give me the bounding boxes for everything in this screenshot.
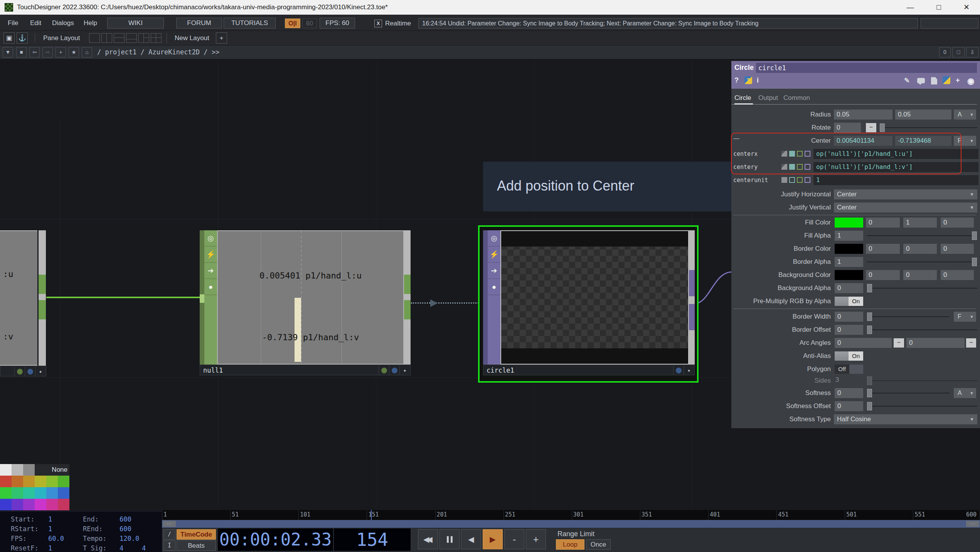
rstart-value[interactable]: 1 [48,525,52,533]
pane-preset-quad[interactable] [151,33,162,43]
node-color-button[interactable] [14,366,25,376]
polygon-toggle[interactable]: Off [835,365,863,374]
bookmark-star-icon[interactable]: ★ [69,47,79,57]
palette-swatch[interactable] [23,464,35,476]
info-icon[interactable]: i [757,76,759,84]
centerunit-field[interactable]: 1 [813,175,978,185]
palette-swatch[interactable] [12,499,23,510]
param-label[interactable]: Justify Horizontal [731,189,831,200]
border-width-field[interactable]: 0 [835,312,863,322]
fps-value[interactable]: 60.0 [48,535,64,542]
once-button[interactable]: Once [586,539,611,550]
softness-mode-dropdown[interactable]: A▼ [954,388,976,398]
palette-swatch[interactable] [35,499,46,510]
tsig1-value[interactable]: 4 [120,544,123,552]
node-comment-button[interactable] [25,366,35,376]
add-parameter-icon[interactable]: + [956,76,960,84]
softness-offset-slider-handle[interactable] [867,402,872,410]
circle1-output-strip[interactable] [689,230,695,365]
output-connector[interactable] [404,300,411,319]
softness-slider-handle[interactable] [867,389,872,397]
comment-bubble-icon[interactable] [917,78,925,83]
partial-node-output-strip[interactable] [39,230,46,366]
param-label[interactable]: Anti-Alias [731,350,831,362]
cook-flag-icon[interactable]: ⚡ [488,246,500,263]
radius-mode-dropdown[interactable]: A▼ [954,110,976,120]
mode-export-icon[interactable] [797,177,803,183]
palette-swatch[interactable] [23,499,35,510]
param-label[interactable]: Softness [731,387,831,399]
palette-swatch[interactable] [58,476,69,487]
rotate-slider-track[interactable] [880,127,977,128]
circle1-flag-strip[interactable] [483,230,488,365]
fill-b-field[interactable]: 0 [941,218,974,228]
bg-b-field[interactable]: 0 [941,270,974,280]
palette-swatch[interactable] [23,476,35,487]
circle1-viewer-body[interactable] [500,230,689,365]
fill-r-field[interactable]: 0 [866,218,900,228]
frame-display[interactable]: 154 [334,528,411,551]
tsig2-value[interactable]: 4 [142,544,146,552]
null1-output-strip[interactable] [404,230,411,365]
copy-page-icon[interactable] [931,77,937,84]
tab-common[interactable]: Common [783,94,810,102]
softness-type-dropdown[interactable]: Half Cosine▼ [834,414,977,424]
rotate-ladder-button[interactable]: − [866,123,876,132]
python-help-icon[interactable]: ? [744,76,752,84]
chop-wire[interactable] [46,297,200,298]
border-alpha-slider-track[interactable] [867,262,977,262]
timecode-mode-button[interactable]: TimeCode [177,529,216,540]
rotate-field[interactable]: 0 [834,123,861,133]
border-offset-slider-track[interactable] [867,329,977,330]
param-label[interactable]: Border Offset [731,324,831,336]
param-label[interactable]: Border Color [731,243,831,255]
network-comment[interactable]: Add position to Center [483,162,731,211]
palette-swatch[interactable] [0,476,12,487]
wiki-button[interactable]: WIKI [107,18,164,29]
node-star-icon[interactable]: ✦ [399,365,410,375]
border-width-slider-track[interactable] [867,316,950,317]
pane-preset-single[interactable] [89,33,100,43]
viewer-flag-icon[interactable]: ◎ [488,230,500,246]
pane-type-dropdown-icon[interactable]: ▼ [3,47,13,57]
play-reverse-button[interactable]: ◀ [461,529,481,549]
menu-edit[interactable]: Edit [30,19,41,27]
step-back-button[interactable]: - [504,529,524,549]
softness-slider-track[interactable] [867,393,950,393]
output-connector[interactable] [689,304,695,330]
palette-swatch[interactable] [0,487,12,499]
arc-end-field[interactable]: 0 [906,338,965,348]
close-button[interactable]: ✕ [958,2,975,13]
breadcrumb[interactable]: / project1 / AzureKinect2D / >> [97,48,219,56]
border-g-field[interactable]: 0 [903,244,937,254]
palette-swatch[interactable] [46,476,58,487]
border-offset-slider-handle[interactable] [867,326,872,334]
palette-swatch[interactable] [12,487,23,499]
tempo-value[interactable]: 120.0 [120,535,139,542]
menu-file[interactable]: File [8,19,18,27]
maximize-button[interactable]: □ [930,2,948,13]
radius-x-field[interactable]: 0.05 [834,110,892,120]
null1-viewer-body[interactable]: 0.005401 p1/hand_l:u -0.7139 p1/hand_l:v [217,230,404,365]
param-label[interactable]: Pre-Multiply RGB by Alpha [731,295,831,307]
start-value[interactable]: 1 [48,515,52,523]
palette-swatch[interactable] [46,487,58,499]
fill-alpha-slider-track[interactable] [867,235,977,236]
tab-circle[interactable]: Circle [734,94,751,102]
centerunit-mode-squares[interactable] [781,177,810,183]
radius-y-field[interactable]: 0.05 [895,110,951,120]
mode-bind-icon[interactable] [805,177,810,183]
loop-button[interactable]: Loop [556,539,584,550]
border-color-swatch[interactable] [835,244,863,254]
palette-swatch[interactable] [23,487,35,499]
help-icon[interactable]: ? [734,76,739,84]
output-connector[interactable] [39,275,46,294]
palette-swatch[interactable] [12,464,23,476]
frame-mode-button[interactable]: / [163,529,175,540]
node-star-icon[interactable]: ✦ [684,365,694,375]
softness-offset-field[interactable]: 0 [835,401,863,411]
border-width-slider-handle[interactable] [867,312,872,321]
border-alpha-field[interactable]: 1 [835,257,863,267]
param-label[interactable]: Rotate [731,122,831,133]
null1-namebar[interactable]: null1 ✦ [200,365,411,375]
